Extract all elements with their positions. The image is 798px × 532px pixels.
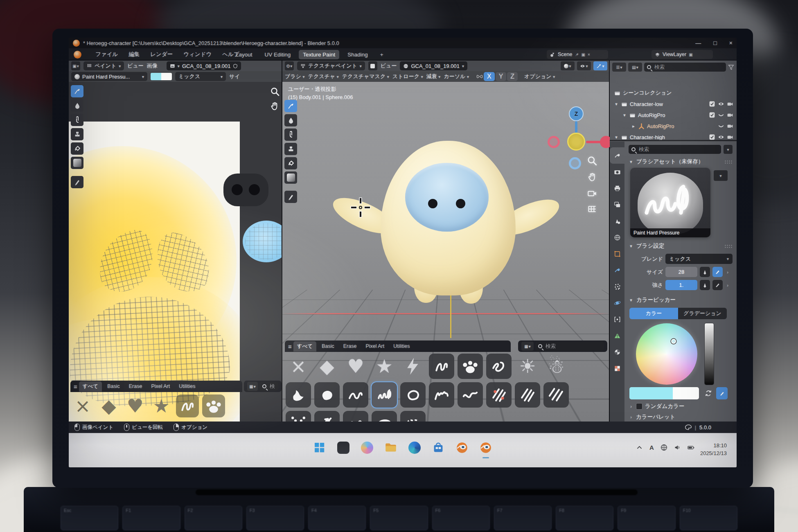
star-brush[interactable]: ★ bbox=[372, 354, 397, 379]
brush-preview-card[interactable]: Paint Hard Pressure bbox=[630, 168, 710, 237]
color-swatches[interactable] bbox=[151, 73, 172, 80]
camera-icon[interactable] bbox=[727, 112, 733, 118]
properties-tab-object[interactable] bbox=[610, 246, 624, 262]
brush-settings-section-header[interactable]: ▾ブラシ設定 bbox=[629, 242, 733, 250]
shelf-tab-utilities[interactable]: Utilities bbox=[390, 342, 413, 351]
outliner-row-character-low[interactable]: ▾ Character-low bbox=[610, 99, 737, 109]
shelf-tab-pixel-art[interactable]: Pixel Art bbox=[362, 342, 388, 351]
sun-brush[interactable]: ☀ bbox=[515, 354, 540, 379]
menu-file[interactable]: ファイル bbox=[95, 51, 118, 58]
canvas-image-selector[interactable]: GCA_01_08_19.001▾ bbox=[400, 61, 467, 70]
menu-view[interactable]: ビュー bbox=[381, 62, 397, 70]
star-brush[interactable]: ★ bbox=[150, 394, 173, 417]
m-scribble-brush[interactable] bbox=[429, 382, 454, 408]
hamburger-menu-icon[interactable]: ≡ bbox=[74, 383, 77, 390]
display-mode-icon[interactable]: ▦▾ bbox=[247, 382, 258, 391]
image-datablock[interactable]: ▾ GCA_01_08_19.001 bbox=[167, 61, 241, 70]
x-mark-brush[interactable]: × bbox=[286, 354, 311, 379]
camera-icon[interactable] bbox=[727, 134, 733, 140]
minimize-button[interactable]: — bbox=[695, 40, 701, 46]
copy-icon[interactable]: ▣ bbox=[581, 52, 585, 57]
brush-asset-section-header[interactable]: ▾ブラシアセット（未保存） bbox=[629, 158, 733, 165]
expand-icon[interactable]: ▾ bbox=[614, 135, 619, 140]
viewlayer-selector[interactable]: ViewLayer ▣ bbox=[651, 50, 713, 59]
blob-brush[interactable] bbox=[314, 382, 340, 408]
heart-brush[interactable]: ♥ bbox=[343, 354, 368, 379]
properties-filter-icon[interactable]: ▾ bbox=[724, 145, 733, 154]
menu-texture[interactable]: テクスチャ ▾ bbox=[308, 73, 339, 80]
strength-pressure-icon[interactable] bbox=[700, 280, 710, 290]
copy-icon[interactable]: ▣ bbox=[689, 52, 692, 57]
fill-tool-button[interactable] bbox=[284, 157, 297, 169]
texture-paint-canvas[interactable] bbox=[69, 122, 240, 422]
strength-stylus-icon[interactable] bbox=[712, 280, 723, 290]
stripes-dots-brush[interactable] bbox=[486, 382, 512, 408]
shelf-search[interactable] bbox=[535, 342, 604, 351]
hamburger-menu-icon[interactable]: ≡ bbox=[288, 343, 292, 350]
color-stylus-icon[interactable] bbox=[716, 387, 728, 399]
shelf-tab-all[interactable]: すべて bbox=[293, 341, 316, 352]
scribble-brush[interactable] bbox=[429, 354, 454, 379]
shelf-tab-all[interactable]: すべて bbox=[79, 381, 102, 392]
menu-texture-mask[interactable]: テクスチャマスク ▾ bbox=[342, 73, 389, 80]
snowman-brush[interactable]: ☃ bbox=[543, 354, 569, 379]
size-pressure-icon[interactable] bbox=[700, 267, 710, 277]
properties-tab-material[interactable] bbox=[610, 344, 624, 360]
expand-icon[interactable]: ▾ bbox=[614, 101, 619, 107]
blur-tool-button[interactable] bbox=[284, 114, 297, 126]
blender-menu-icon[interactable] bbox=[74, 51, 81, 59]
shelf-tab-erase[interactable]: Erase bbox=[340, 342, 361, 351]
scene-selector[interactable]: Scene 📌︎ ▣ × bbox=[547, 50, 608, 59]
battery-icon[interactable] bbox=[688, 444, 694, 451]
checkbox-icon[interactable] bbox=[709, 101, 715, 107]
menu-stroke[interactable]: ストローク ▾ bbox=[392, 73, 423, 80]
squiggle-brush[interactable] bbox=[343, 382, 368, 408]
menu-options[interactable]: オプション ▾ bbox=[524, 73, 555, 80]
shelf-tab-basic[interactable]: Basic bbox=[104, 382, 124, 391]
diamond-brush[interactable]: ◆ bbox=[314, 354, 340, 379]
taskbar-blender-icon[interactable] bbox=[454, 440, 470, 455]
gradient-tool-button[interactable] bbox=[284, 171, 297, 184]
properties-tab-constraint[interactable] bbox=[610, 311, 624, 327]
value-slider[interactable] bbox=[705, 323, 714, 385]
shading-mode-icon[interactable]: ▾ bbox=[561, 61, 575, 70]
blob-outline-brush[interactable] bbox=[400, 382, 426, 408]
shelf-search-input[interactable] bbox=[269, 383, 275, 390]
clone-tool-button[interactable] bbox=[71, 128, 83, 140]
display-mode-icon[interactable]: ▦▾ bbox=[521, 342, 534, 351]
paint-mask-icon[interactable] bbox=[368, 61, 377, 70]
gizmo-axis-x[interactable] bbox=[600, 136, 610, 148]
zoom-icon[interactable] bbox=[270, 87, 280, 97]
properties-tab-world[interactable] bbox=[610, 229, 624, 246]
properties-tab-viewlayer[interactable] bbox=[610, 196, 624, 213]
foreground-color-swatch[interactable] bbox=[629, 387, 673, 399]
brush-tool-button[interactable] bbox=[71, 85, 83, 97]
blend-mode-dropdown[interactable]: ミックス▾ bbox=[175, 72, 226, 81]
smear-brush[interactable] bbox=[286, 382, 311, 408]
swap-colors-icon[interactable] bbox=[704, 389, 713, 398]
grid-toggle-icon[interactable] bbox=[587, 205, 597, 215]
color-picker-section-header[interactable]: ▾カラーピッカー bbox=[629, 296, 733, 304]
pin-icon[interactable]: 📌︎ bbox=[575, 52, 579, 57]
mirror-z-button[interactable]: Z bbox=[507, 72, 518, 81]
gizmo-axis-neg-x[interactable] bbox=[548, 136, 560, 148]
menu-view[interactable]: ビュー bbox=[127, 62, 144, 70]
gizmo-axis-z[interactable]: Z bbox=[569, 106, 584, 121]
fill-tool-button[interactable] bbox=[71, 142, 83, 155]
visibility-eye-icon[interactable]: ▾ bbox=[577, 61, 591, 70]
annotate-tool-button[interactable] bbox=[284, 191, 297, 203]
menu-cursor[interactable]: カーソル ▾ bbox=[444, 73, 469, 80]
outliner-search-input[interactable] bbox=[654, 64, 723, 70]
x-mark-brush[interactable]: × bbox=[71, 394, 94, 417]
taskbar-blender-icon[interactable] bbox=[478, 440, 494, 455]
outliner-display-icon[interactable]: ☰▾ bbox=[612, 63, 626, 72]
workspace-tab-add[interactable]: + bbox=[376, 50, 388, 59]
checkbox-icon[interactable] bbox=[709, 134, 715, 140]
dots-x-brush[interactable] bbox=[286, 411, 311, 422]
pan-hand-icon[interactable] bbox=[270, 101, 280, 111]
scribble2-brush[interactable] bbox=[486, 354, 512, 379]
taskbar-edge-icon[interactable] bbox=[407, 440, 422, 455]
brush-card-dropdown[interactable]: ▾ bbox=[714, 170, 728, 181]
menu-brush[interactable]: ブラシ ▾ bbox=[285, 73, 305, 80]
unlink-icon[interactable]: × bbox=[588, 52, 590, 57]
